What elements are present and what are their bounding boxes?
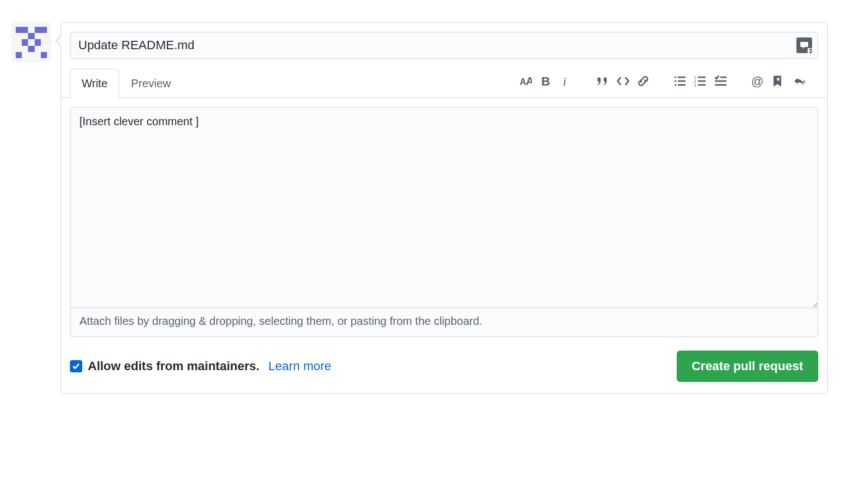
avatar [11, 22, 51, 63]
svg-rect-16 [720, 76, 727, 78]
task-list-icon[interactable] [714, 75, 727, 87]
code-icon[interactable] [617, 75, 629, 87]
allow-edits-checkbox[interactable] [70, 360, 82, 372]
tabs: Write Preview [70, 69, 182, 97]
title-input[interactable] [78, 38, 787, 53]
mention-icon[interactable]: @ [751, 75, 763, 87]
svg-point-8 [674, 84, 676, 86]
svg-rect-18 [715, 84, 727, 86]
svg-rect-5 [678, 76, 686, 78]
bold-icon[interactable]: B [540, 75, 552, 87]
attach-hint[interactable]: Attach files by dragging & dropping, sel… [70, 306, 818, 337]
create-pull-request-button[interactable]: Create pull request [677, 351, 818, 382]
svg-rect-9 [678, 84, 686, 86]
svg-rect-11 [698, 76, 706, 78]
learn-more-link[interactable]: Learn more [268, 359, 332, 374]
bookmark-icon[interactable]: ★ [771, 75, 784, 87]
allow-edits: Allow edits from maintainers. Learn more [70, 359, 331, 374]
svg-point-6 [674, 80, 676, 82]
footer-row: Allow edits from maintainers. Learn more… [61, 346, 827, 393]
reply-icon[interactable] [791, 75, 808, 87]
unordered-list-icon[interactable] [674, 75, 686, 87]
italic-icon[interactable]: i [560, 75, 572, 87]
pull-request-form: 3 Write Preview AA B i [11, 22, 828, 394]
editor-area: Attach files by dragging & dropping, sel… [61, 98, 827, 346]
svg-rect-7 [678, 80, 686, 82]
svg-rect-13 [698, 80, 706, 82]
svg-text:★: ★ [776, 76, 781, 82]
svg-rect-15 [698, 84, 706, 86]
svg-text:B: B [541, 75, 550, 87]
tab-preview[interactable]: Preview [119, 69, 182, 98]
comment-textarea[interactable] [70, 107, 818, 308]
comment-box: 3 Write Preview AA B i [60, 22, 828, 394]
ordered-list-icon[interactable]: 123 [694, 75, 706, 87]
identicon [16, 27, 47, 58]
allow-edits-label: Allow edits from maintainers. [88, 359, 260, 374]
svg-point-4 [674, 76, 676, 78]
svg-text:A: A [526, 75, 532, 87]
quote-icon[interactable] [597, 75, 609, 87]
formatting-toolbar: AA B i 123 @ ★ [182, 75, 818, 92]
tabs-row: Write Preview AA B i 123 [61, 59, 827, 98]
saved-replies-badge: 3 [808, 48, 813, 54]
svg-rect-17 [715, 80, 727, 82]
title-field-wrapper: 3 [70, 32, 818, 59]
svg-text:i: i [563, 75, 567, 87]
tab-write[interactable]: Write [70, 69, 119, 98]
saved-replies-icon[interactable]: 3 [796, 37, 812, 53]
svg-text:@: @ [751, 75, 763, 87]
link-icon[interactable] [637, 75, 649, 87]
svg-text:3: 3 [694, 83, 696, 87]
heading-icon[interactable]: AA [520, 75, 532, 87]
